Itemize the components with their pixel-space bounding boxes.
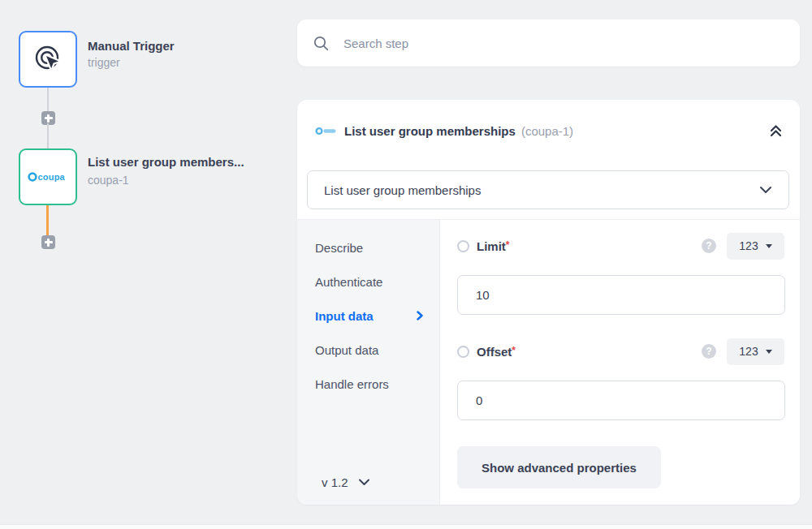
type-badge-label: 123 xyxy=(739,239,758,252)
coupa-logo: coupa xyxy=(28,170,68,183)
search-icon xyxy=(313,36,329,51)
workflow-builder-screen: Manual Trigger trigger coupa List user g… xyxy=(0,0,812,529)
limit-field-label: Limit* xyxy=(477,239,510,253)
connector-line-orange xyxy=(46,205,49,236)
tab-authenticate[interactable]: Authenticate xyxy=(297,264,439,299)
tab-describe[interactable]: Describe xyxy=(297,230,439,264)
coupa-node-subtitle: coupa-1 xyxy=(88,174,129,187)
manual-trigger-icon xyxy=(32,43,64,75)
panel-instance-id: (coupa-1) xyxy=(521,124,573,138)
chevron-right-icon xyxy=(417,311,423,320)
tab-input-data[interactable]: Input data xyxy=(297,299,439,333)
panel-body: Describe Authenticate Input data Output … xyxy=(297,219,800,505)
add-step-button-bottom[interactable] xyxy=(41,235,55,249)
connector-version-select[interactable]: v 1.2 xyxy=(322,475,370,489)
manual-trigger-node[interactable] xyxy=(19,31,77,88)
limit-help-icon[interactable]: ? xyxy=(702,239,716,253)
offset-help-icon[interactable]: ? xyxy=(702,344,716,359)
tab-handle-errors[interactable]: Handle errors xyxy=(297,367,439,401)
version-label: v 1.2 xyxy=(322,475,348,489)
coupa-mini-icon xyxy=(315,127,337,135)
type-badge-label: 123 xyxy=(739,345,758,358)
limit-type-selector[interactable]: 123 xyxy=(727,233,784,260)
input-data-form: Limit* ? 123 Offset* ? 123 xyxy=(440,220,800,505)
panel-title: List user group memberships xyxy=(344,124,516,138)
required-asterisk: * xyxy=(512,345,516,356)
limit-field-header: Limit* ? 123 xyxy=(457,232,784,260)
step-search-card xyxy=(297,19,800,67)
offset-field-label: Offset* xyxy=(477,345,516,359)
show-advanced-properties-button[interactable]: Show advanced properties xyxy=(457,446,661,488)
tab-output-data[interactable]: Output data xyxy=(297,333,439,367)
limit-input[interactable] xyxy=(457,275,785,315)
offset-jsonpath-radio[interactable] xyxy=(457,346,469,358)
panel-side-tabs: Describe Authenticate Input data Output … xyxy=(297,220,440,505)
required-asterisk: * xyxy=(506,239,510,251)
chevron-down-icon xyxy=(759,186,772,194)
search-step-input[interactable] xyxy=(343,37,784,50)
trigger-node-subtitle: trigger xyxy=(88,56,120,69)
collapse-panel-icon[interactable] xyxy=(768,123,784,138)
offset-field-header: Offset* ? 123 xyxy=(457,338,784,365)
bottom-strip xyxy=(0,524,812,529)
operation-select-value: List user group memberships xyxy=(324,183,481,197)
offset-input[interactable] xyxy=(457,381,785,420)
caret-down-icon xyxy=(766,350,772,354)
coupa-logo-text: coupa xyxy=(38,172,66,182)
trigger-node-title: Manual Trigger xyxy=(88,39,175,53)
coupa-step-node[interactable]: coupa xyxy=(19,148,77,205)
connector-line xyxy=(47,88,49,112)
limit-jsonpath-radio[interactable] xyxy=(457,240,469,252)
caret-down-icon xyxy=(766,244,772,248)
tab-label: Describe xyxy=(315,241,363,255)
offset-type-selector[interactable]: 123 xyxy=(727,338,784,365)
coupa-node-title: List user group members... xyxy=(88,155,244,169)
tab-label: Input data xyxy=(315,309,374,323)
tab-label: Authenticate xyxy=(315,275,382,289)
connector-line xyxy=(47,123,49,149)
step-properties-panel: List user group memberships (coupa-1) Li… xyxy=(297,100,800,505)
tab-label: Output data xyxy=(315,343,378,357)
chevron-down-icon xyxy=(358,479,370,486)
panel-header: List user group memberships (coupa-1) xyxy=(315,114,784,147)
operation-select[interactable]: List user group memberships xyxy=(307,170,789,209)
tab-label: Handle errors xyxy=(315,377,389,391)
